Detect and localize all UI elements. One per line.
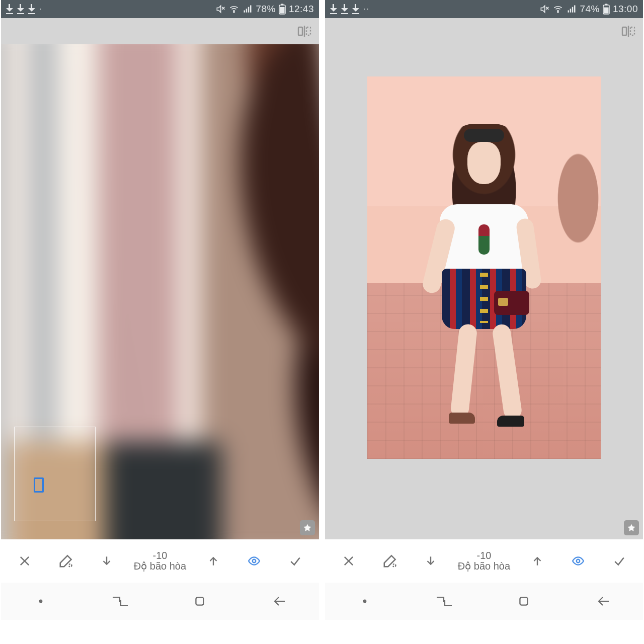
svg-rect-16	[196, 597, 203, 605]
apply-button[interactable]	[601, 545, 637, 577]
clock: 12:43	[289, 4, 314, 15]
phone-screenshot-right: ·· 74% 13:00	[325, 0, 643, 620]
editor-canvas[interactable]	[325, 44, 643, 539]
nav-menu-dot-icon[interactable]	[11, 589, 71, 613]
svg-rect-22	[605, 4, 607, 6]
mute-icon	[215, 4, 225, 14]
signal-icon	[243, 4, 253, 14]
svg-rect-26	[630, 27, 634, 35]
svg-point-2	[233, 12, 234, 13]
download-icon	[352, 4, 359, 14]
download-icon	[28, 4, 35, 14]
download-icon	[6, 4, 13, 14]
brush-button[interactable]	[372, 545, 408, 577]
editor-toolbar: -10 Độ bão hòa	[325, 539, 643, 583]
decrease-button[interactable]	[413, 545, 449, 577]
status-overflow-icon: ·	[39, 5, 42, 14]
svg-point-14	[253, 559, 256, 563]
status-bar-right: 74% 13:00	[539, 4, 638, 15]
svg-rect-8	[306, 27, 310, 35]
svg-rect-25	[622, 27, 626, 35]
wifi-icon	[552, 4, 564, 14]
zoom-viewport-indicator[interactable]	[34, 477, 44, 493]
mute-icon	[539, 4, 549, 14]
preview-button[interactable]	[560, 545, 596, 577]
svg-point-15	[39, 600, 43, 603]
nav-recents-icon[interactable]	[90, 589, 150, 613]
adjustment-label: Độ bão hòa	[458, 561, 510, 572]
editor-canvas[interactable]	[1, 44, 319, 539]
download-icon	[341, 4, 348, 14]
wifi-icon	[228, 4, 239, 14]
photo	[367, 76, 601, 459]
status-bar-right: 78% 12:43	[215, 4, 314, 15]
nav-recents-icon[interactable]	[414, 589, 474, 613]
star-icon[interactable]	[300, 520, 315, 535]
adjustment-readout[interactable]: -10 Độ bão hòa	[454, 545, 514, 577]
svg-point-11	[69, 564, 72, 567]
mirror-icon[interactable]	[621, 25, 636, 38]
nav-home-icon[interactable]	[494, 589, 554, 613]
page-footer-gap	[0, 620, 644, 644]
svg-rect-34	[520, 597, 527, 605]
close-button[interactable]	[331, 545, 367, 577]
svg-point-32	[577, 559, 580, 563]
adjustment-readout[interactable]: -10 Độ bão hòa	[130, 545, 190, 577]
status-bar-left: ·	[6, 4, 42, 14]
star-icon[interactable]	[624, 520, 639, 535]
signal-icon	[567, 4, 577, 14]
increase-button[interactable]	[195, 545, 231, 577]
adjustment-value: -10	[134, 550, 186, 561]
svg-rect-7	[298, 27, 302, 35]
svg-point-33	[363, 600, 367, 603]
apply-button[interactable]	[277, 545, 313, 577]
nav-back-icon[interactable]	[573, 589, 633, 613]
svg-rect-5	[280, 7, 284, 14]
editor-toolbar: -10 Độ bão hòa	[1, 539, 319, 583]
status-bar: ·· 74% 13:00	[325, 0, 643, 18]
phone-screenshot-left: · 78% 12:43	[1, 0, 319, 620]
download-icon	[17, 4, 24, 14]
adjustment-value: -10	[458, 550, 510, 561]
adjustment-label: Độ bão hòa	[134, 561, 186, 572]
status-bar-left: ··	[330, 4, 370, 14]
clock: 13:00	[613, 4, 638, 15]
app-top-bar	[1, 18, 319, 44]
svg-rect-23	[604, 8, 608, 14]
decrease-button[interactable]	[89, 545, 125, 577]
battery-icon	[279, 4, 286, 15]
photo-subject	[429, 124, 539, 426]
battery-percent: 78%	[256, 4, 276, 15]
brush-button[interactable]	[48, 545, 84, 577]
svg-point-20	[557, 12, 558, 13]
android-nav-bar	[1, 583, 319, 620]
download-icon	[330, 4, 337, 14]
svg-point-29	[393, 564, 396, 567]
nav-home-icon[interactable]	[170, 589, 230, 613]
mirror-icon[interactable]	[297, 25, 312, 38]
svg-rect-4	[281, 4, 283, 6]
increase-button[interactable]	[519, 545, 555, 577]
preview-button[interactable]	[236, 545, 272, 577]
close-button[interactable]	[7, 545, 43, 577]
android-nav-bar	[325, 583, 643, 620]
nav-menu-dot-icon[interactable]	[335, 589, 395, 613]
status-overflow-icon: ··	[363, 5, 370, 14]
nav-back-icon[interactable]	[249, 589, 309, 613]
battery-percent: 74%	[580, 4, 600, 15]
status-bar: · 78% 12:43	[1, 0, 319, 18]
zoom-navigator[interactable]	[14, 427, 96, 521]
app-top-bar	[325, 18, 643, 44]
battery-icon	[603, 4, 610, 15]
